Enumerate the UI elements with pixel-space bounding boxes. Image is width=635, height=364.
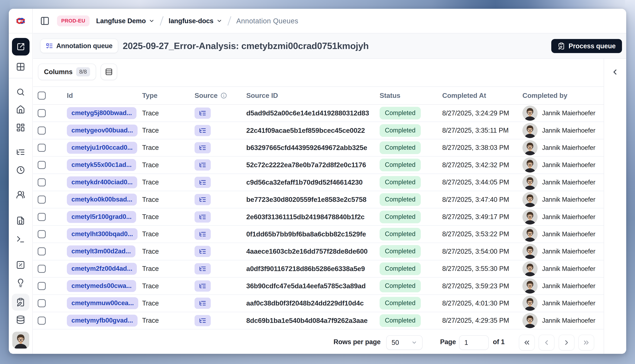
row-checkbox[interactable] (38, 196, 46, 204)
table-row[interactable]: cmetyko0k00bsad... Trace be7723e30d80205… (33, 191, 604, 208)
table-row[interactable]: cmetyk55x00c1ad... Trace 52c72c2222ea78e… (33, 156, 604, 174)
sidebar-item-prompts[interactable] (13, 213, 28, 228)
user-avatar[interactable] (12, 332, 29, 348)
item-id-chip[interactable]: cmetyju1r00ccad0... (67, 142, 137, 154)
sidebar-item-home[interactable] (13, 102, 28, 117)
row-checkbox[interactable] (38, 161, 46, 169)
completed-by-cell: Jannik Maierhoefer (522, 244, 604, 259)
row-checkbox[interactable] (38, 230, 46, 238)
table-row[interactable]: cmetylt3m00d2ad... Trace 4aaece1603cb2e1… (33, 243, 604, 260)
row-checkbox[interactable] (38, 213, 46, 221)
first-page-button[interactable] (519, 335, 535, 350)
columns-button[interactable]: Columns 8/8 (38, 64, 96, 80)
sidebar-item-playground[interactable] (13, 232, 28, 247)
source-trace-button[interactable] (194, 142, 211, 153)
row-checkbox[interactable] (38, 299, 46, 307)
sidebar-item-tracing[interactable] (13, 144, 28, 160)
row-checkbox[interactable] (38, 178, 46, 186)
item-id-chip[interactable]: cmetylt3m00d2ad... (67, 246, 135, 257)
sidebar-item-datasets[interactable] (13, 312, 28, 328)
sidebar-item-dashboards[interactable] (13, 120, 28, 135)
desktop-background: PROD-EU Langfuse Demo langfuse-docs Anno… (0, 0, 635, 364)
item-type: Trace (137, 110, 190, 117)
breadcrumb-project[interactable]: langfuse-docs (162, 17, 222, 25)
table-row[interactable]: cmetygeov00buad... Trace 22c41f09acae5b1… (33, 122, 604, 139)
breadcrumb-org[interactable]: Langfuse Demo (90, 17, 155, 25)
item-source-id: be7723e30d8020559fe1e8583e2c5758 (242, 196, 375, 204)
next-page-button[interactable] (559, 335, 574, 350)
info-icon[interactable] (221, 92, 227, 99)
rows-per-page-select[interactable]: 50 (386, 335, 422, 350)
item-id-chip[interactable]: cmetymyfb00gvad... (67, 315, 138, 326)
item-id-chip[interactable]: cmetygeov00buad... (67, 124, 138, 136)
completed-by-cell: Jannik Maierhoefer (522, 296, 604, 311)
row-checkbox[interactable] (38, 109, 46, 117)
data-table: Id Type Source Source ID Status Complete… (33, 86, 604, 330)
source-trace-button[interactable] (194, 298, 211, 309)
sidebar-item-search[interactable] (13, 84, 28, 100)
row-checkbox[interactable] (38, 265, 46, 273)
collapse-panel-button[interactable] (610, 67, 620, 77)
item-id-chip[interactable]: cmetymeds00cwa... (67, 280, 136, 292)
row-height-button[interactable] (101, 64, 117, 80)
row-checkbox[interactable] (38, 126, 46, 134)
sidebar-item-annotation[interactable] (12, 294, 29, 310)
item-id-chip[interactable]: cmetyko0k00bsad... (67, 194, 137, 206)
source-trace-button[interactable] (194, 263, 211, 274)
item-id-chip[interactable]: cmetymmuw00cea... (67, 297, 138, 309)
sidebar-item-users[interactable] (13, 187, 28, 202)
source-trace-button[interactable] (194, 159, 211, 170)
item-id-chip[interactable]: cmetyk55x00c1ad... (67, 159, 136, 171)
process-queue-button[interactable]: Process queue (551, 39, 622, 53)
completed-by-cell: Jannik Maierhoefer (522, 278, 604, 294)
table-row[interactable]: cmetyju1r00ccad0... Trace b63297665cfd44… (33, 139, 604, 156)
table-row[interactable]: cmetym2fz00d4ad... Trace a0df3f901167218… (33, 260, 604, 278)
source-trace-button[interactable] (194, 246, 211, 257)
completed-by-name: Jannik Maierhoefer (542, 230, 595, 238)
table-toolbar: Columns 8/8 (33, 59, 604, 86)
item-completed-at: 8/27/2025, 3:38:03 PM (437, 144, 518, 152)
sidebar-item-grid[interactable] (13, 59, 28, 74)
open-in-new-window-button[interactable] (12, 38, 30, 56)
table-row[interactable]: cmetymmuw00cea... Trace aaf0c38db0f3f204… (33, 295, 604, 312)
table-row[interactable]: cmetyl5r100grad0... Trace 2e603f31361115… (33, 208, 604, 226)
item-id-chip[interactable]: cmetylht300bqad0... (67, 228, 138, 240)
status-badge: Completed (380, 245, 421, 258)
page-number-input[interactable]: 1 (459, 335, 489, 350)
item-id-chip[interactable]: cmetykdr400ciad0... (67, 176, 137, 188)
item-id-chip[interactable]: cmetyg5j800bwad... (67, 107, 136, 119)
table-row[interactable]: cmetymyfb00gvad... Trace 8dc69b1ba1e540b… (33, 312, 604, 330)
toggle-sidebar-button[interactable] (40, 16, 50, 26)
select-all-checkbox[interactable] (38, 92, 46, 100)
status-badge: Completed (380, 280, 421, 292)
source-trace-button[interactable] (194, 125, 211, 136)
completed-by-cell: Jannik Maierhoefer (522, 175, 604, 190)
item-id-chip[interactable]: cmetym2fz00d4ad... (67, 263, 137, 275)
sidebar-item-sessions[interactable] (13, 162, 28, 178)
table-row[interactable]: cmetykdr400ciad0... Trace c9d56ca32efaff… (33, 174, 604, 191)
table-row[interactable]: cmetymeds00cwa... Trace 36b90cdfc47e5da1… (33, 278, 604, 295)
row-avatar (522, 123, 538, 138)
sidebar-item-scores[interactable] (13, 257, 28, 273)
list-tree-icon (199, 110, 206, 117)
sidebar-item-evaluation[interactable] (13, 275, 28, 290)
table-row[interactable]: cmetylht300bqad0... Trace 0f1dd65b7bb9bf… (33, 226, 604, 243)
source-trace-button[interactable] (194, 280, 211, 292)
previous-page-button[interactable] (539, 335, 554, 350)
source-trace-button[interactable] (194, 211, 211, 222)
source-trace-button[interactable] (194, 194, 211, 205)
row-checkbox[interactable] (38, 316, 46, 325)
status-badge: Completed (380, 193, 421, 206)
row-checkbox[interactable] (38, 282, 46, 290)
row-checkbox[interactable] (38, 247, 46, 256)
item-source-id: 8dc69b1ba1e540b4d084a7f9262a3aae (242, 317, 375, 324)
source-trace-button[interactable] (194, 108, 211, 119)
item-id-chip[interactable]: cmetyl5r100grad0... (67, 211, 136, 223)
table-row[interactable]: cmetyg5j800bwad... Trace d5ad9d52a00c6e1… (33, 105, 604, 122)
row-checkbox[interactable] (38, 144, 46, 152)
source-trace-button[interactable] (194, 315, 211, 326)
last-page-button[interactable] (578, 335, 594, 350)
list-todo-icon (46, 42, 53, 50)
source-trace-button[interactable] (194, 177, 211, 188)
source-trace-button[interactable] (194, 228, 211, 240)
